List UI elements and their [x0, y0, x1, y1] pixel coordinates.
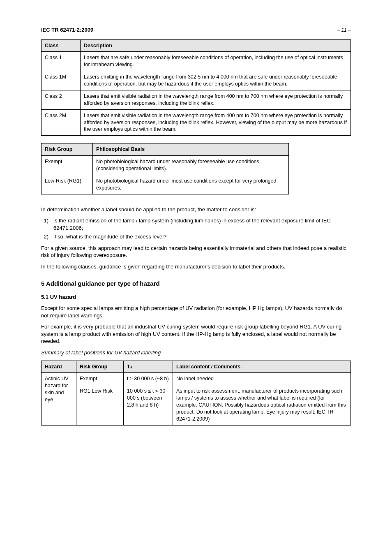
- cell-label: No label needed: [173, 373, 351, 385]
- th-desc: Description: [81, 39, 351, 52]
- cell-hazard: Actinic UV hazard for skin and eye: [42, 373, 76, 425]
- table-row: Class Description: [42, 39, 351, 52]
- cell-ts: t ≥ 30 000 s (~8 h): [124, 373, 173, 385]
- list-item: 2) if so, what is the magnitude of the e…: [41, 233, 351, 240]
- cell-class: Class 2: [42, 90, 81, 109]
- cell-desc: Lasers that are safe under reasonably fo…: [81, 52, 351, 71]
- table-row: Class 1 Lasers that are safe under reaso…: [42, 52, 351, 71]
- cell-class: Class 1M: [42, 71, 81, 90]
- cell-desc: Lasers that emit visible radiation in th…: [81, 90, 351, 109]
- th-basis: Philosophical Basis: [93, 143, 289, 156]
- th-label: Label content / Comments: [173, 361, 351, 373]
- cell-rg: RG1 Low Risk: [76, 385, 124, 425]
- cell-ts: 10 000 s ≤ t < 30 000 s (between 2,8 h a…: [124, 385, 173, 425]
- cell-class: Class 2M: [42, 109, 81, 136]
- table-row: Class 1M Lasers emitting in the waveleng…: [42, 71, 351, 90]
- list-text: is the radiant emission of the lamp / la…: [53, 217, 351, 231]
- table-row: Class 2M Lasers that emit visible radiat…: [42, 109, 351, 136]
- list-marker: 2): [41, 233, 48, 240]
- page-header: IEC TR 62471-2:2009 – 11 –: [41, 26, 351, 34]
- list-marker: 1): [41, 217, 48, 231]
- table-row: RG1 Low Risk 10 000 s ≤ t < 30 000 s (be…: [42, 385, 351, 425]
- list-text: if so, what is the magnitude of the exce…: [53, 233, 351, 240]
- table-row: Hazard Risk Group Tₛ Label content / Com…: [42, 361, 351, 373]
- sec5-p1: Except for some special lamps emitting a…: [41, 305, 351, 319]
- th-hazard: Hazard: [42, 361, 76, 373]
- cell-class: Class 1: [42, 52, 81, 71]
- table-row: Exempt No photobiological hazard under r…: [42, 156, 289, 175]
- labelling-p2: For a given source, this approach may le…: [41, 245, 351, 259]
- labelling-intro: In determination whether a label should …: [41, 206, 351, 213]
- cell-label: As input to risk assessment, manufacture…: [173, 385, 351, 425]
- th-rg: Risk Group: [76, 361, 124, 373]
- class-table: Class Description Class 1 Lasers that ar…: [41, 39, 351, 136]
- cell-desc: Lasers that emit visible radiation in th…: [81, 109, 351, 136]
- page-number: – 11 –: [337, 27, 351, 33]
- th-ts: Tₛ: [124, 361, 173, 373]
- labelling-p3: In the following clauses, guidance is gi…: [41, 263, 351, 271]
- table3-caption: Summary of label positions for UV hazard…: [41, 349, 351, 356]
- cell-basis: No photobiological hazard under most use…: [93, 175, 289, 194]
- table-row: Actinic UV hazard for skin and eye Exemp…: [42, 373, 351, 385]
- cell-desc: Lasers emitting in the wavelength range …: [81, 71, 351, 90]
- th-class: Class: [42, 39, 81, 52]
- risk-group-table: Risk Group Philosophical Basis Exempt No…: [41, 143, 289, 194]
- table-row: Low-Risk (RG1) No photobiological hazard…: [42, 175, 289, 194]
- cell-rg: Exempt: [76, 373, 124, 385]
- cell-rg: Low-Risk (RG1): [42, 175, 93, 194]
- sec5-p2: For example, it is very probable that an…: [41, 323, 351, 345]
- section-5-heading: 5 Additional guidance per type of hazard: [41, 280, 351, 288]
- cell-basis: No photobiological hazard under reasonab…: [93, 156, 289, 175]
- table-row: Risk Group Philosophical Basis: [42, 143, 289, 156]
- uv-hazard-table: Hazard Risk Group Tₛ Label content / Com…: [41, 361, 351, 426]
- cell-rg: Exempt: [42, 156, 93, 175]
- section-5-1-heading: 5.1 UV hazard: [41, 294, 351, 301]
- table-row: Class 2 Lasers that emit visible radiati…: [42, 90, 351, 109]
- doc-id: IEC TR 62471-2:2009: [41, 26, 93, 34]
- list-item: 1) is the radiant emission of the lamp /…: [41, 217, 351, 231]
- th-risk-group: Risk Group: [42, 143, 93, 156]
